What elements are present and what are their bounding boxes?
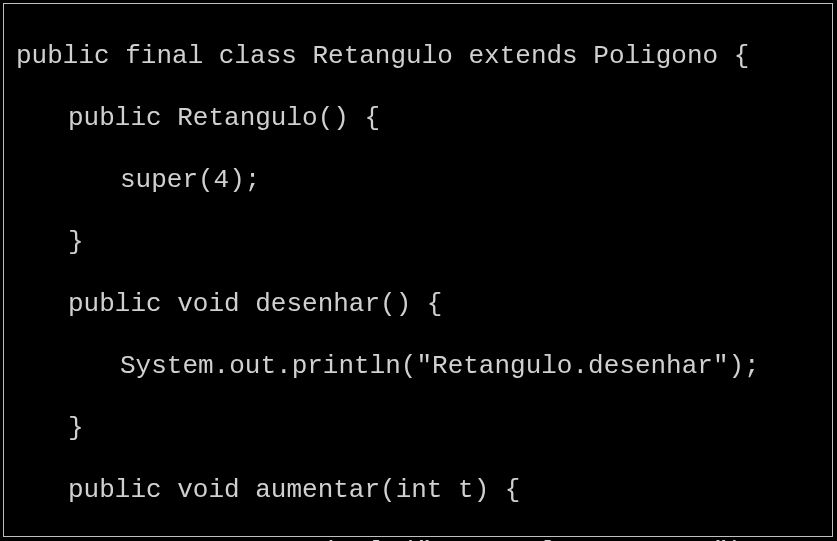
code-line-8: public void aumentar(int t) { [16,475,820,506]
code-line-2: public Retangulo() { [16,103,820,134]
code-line-3: super(4); [16,165,820,196]
code-line-9: System.out.println("Retangulo.aumentar")… [16,537,820,541]
code-block: public final class Retangulo extends Pol… [3,3,833,537]
code-line-5: public void desenhar() { [16,289,820,320]
code-line-4: } [16,227,820,258]
code-line-1: public final class Retangulo extends Pol… [16,41,820,72]
code-line-7: } [16,413,820,444]
code-line-6: System.out.println("Retangulo.desenhar")… [16,351,820,382]
